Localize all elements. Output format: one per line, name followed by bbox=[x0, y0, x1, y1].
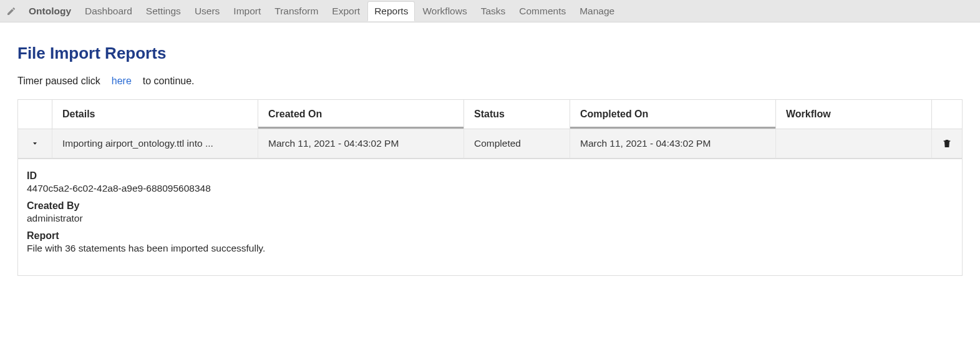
col-expander bbox=[18, 100, 52, 129]
nav-export[interactable]: Export bbox=[326, 2, 366, 21]
label-id: ID bbox=[27, 170, 953, 182]
cell-details: Importing airport_ontology.ttl into ... bbox=[52, 129, 258, 159]
value-id: 4470c5a2-6c02-42a8-a9e9-688095608348 bbox=[27, 183, 953, 194]
row-detail-panel: ID 4470c5a2-6c02-42a8-a9e9-688095608348 … bbox=[17, 159, 963, 276]
col-created[interactable]: Created On bbox=[258, 100, 463, 129]
page-title: File Import Reports bbox=[17, 44, 963, 63]
reports-table: Details Created On Status Completed On W… bbox=[17, 99, 963, 159]
timer-line: Timer paused click here to continue. bbox=[17, 74, 963, 88]
field-created-by: Created By administrator bbox=[27, 200, 953, 224]
nav-reports[interactable]: Reports bbox=[367, 1, 415, 21]
page-body: File Import Reports Timer paused click h… bbox=[0, 22, 980, 288]
cell-workflow bbox=[775, 129, 931, 159]
cell-completed: March 11, 2021 - 04:43:02 PM bbox=[570, 129, 775, 159]
nav-users[interactable]: Users bbox=[188, 2, 226, 21]
field-report: Report File with 36 statements has been … bbox=[27, 230, 953, 254]
value-report: File with 36 statements has been importe… bbox=[27, 243, 953, 254]
table-header-row: Details Created On Status Completed On W… bbox=[18, 100, 962, 129]
caret-down-icon bbox=[28, 140, 42, 147]
label-report: Report bbox=[27, 230, 953, 242]
row-expander[interactable] bbox=[18, 129, 52, 159]
timer-continue-link[interactable]: here bbox=[105, 74, 138, 88]
timer-prefix: Timer paused click bbox=[17, 76, 100, 87]
col-completed[interactable]: Completed On bbox=[570, 100, 775, 129]
value-created-by: administrator bbox=[27, 213, 953, 224]
col-status[interactable]: Status bbox=[463, 100, 570, 129]
cell-delete[interactable] bbox=[931, 129, 962, 159]
col-workflow[interactable]: Workflow bbox=[775, 100, 931, 129]
col-details[interactable]: Details bbox=[52, 100, 258, 129]
trash-icon bbox=[942, 138, 952, 149]
label-created-by: Created By bbox=[27, 200, 953, 212]
top-nav: Ontology Dashboard Settings Users Import… bbox=[0, 0, 980, 22]
col-actions bbox=[931, 100, 962, 129]
nav-manage[interactable]: Manage bbox=[573, 2, 621, 21]
field-id: ID 4470c5a2-6c02-42a8-a9e9-688095608348 bbox=[27, 170, 953, 194]
nav-comments[interactable]: Comments bbox=[513, 2, 572, 21]
nav-brand[interactable]: Ontology bbox=[22, 2, 77, 21]
nav-settings[interactable]: Settings bbox=[140, 2, 187, 21]
nav-dashboard[interactable]: Dashboard bbox=[79, 2, 138, 21]
timer-suffix: to continue. bbox=[143, 76, 195, 87]
nav-workflows[interactable]: Workflows bbox=[416, 2, 473, 21]
edit-icon[interactable] bbox=[4, 6, 21, 16]
table-row: Importing airport_ontology.ttl into ... … bbox=[18, 129, 962, 159]
nav-tasks[interactable]: Tasks bbox=[475, 2, 512, 21]
nav-import[interactable]: Import bbox=[227, 2, 267, 21]
nav-transform[interactable]: Transform bbox=[268, 2, 324, 21]
cell-created: March 11, 2021 - 04:43:02 PM bbox=[258, 129, 463, 159]
cell-status: Completed bbox=[463, 129, 570, 159]
